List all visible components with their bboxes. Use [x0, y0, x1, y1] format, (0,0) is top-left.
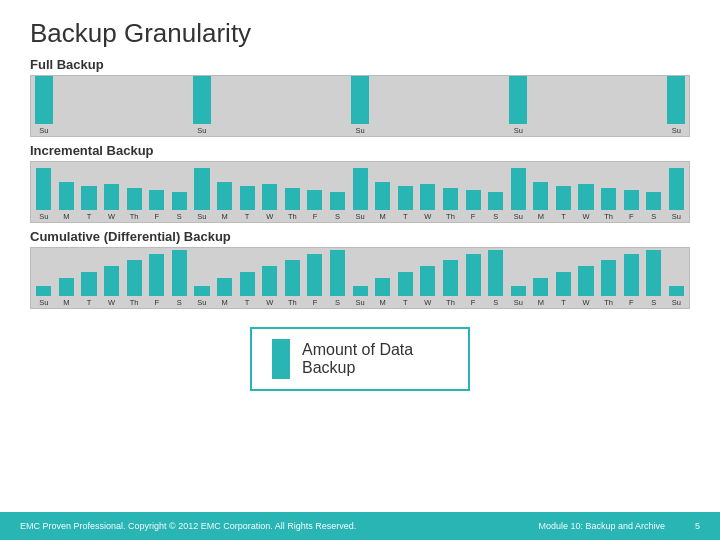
cumulative-backup-label: Cumulative (Differential) Backup [30, 229, 690, 244]
incremental-backup-section: Incremental Backup SuMTWThFSSuMTWThFSSuM… [0, 143, 720, 223]
full-backup-chart: SuSuSuSuSu [30, 75, 690, 137]
footer-right: Module 10: Backup and Archive 5 [538, 521, 700, 531]
incremental-backup-chart: SuMTWThFSSuMTWThFSSuMTWThFSSuMTWThFSSu [30, 161, 690, 223]
cumulative-backup-chart: SuMTWThFSSuMTWThFSSuMTWThFSSuMTWThFSSu [30, 247, 690, 309]
full-backup-section: Full Backup SuSuSuSuSu [0, 57, 720, 137]
footer-page: 5 [695, 521, 700, 531]
legend-box: Amount of Data Backup [250, 327, 470, 391]
cumulative-backup-bars [31, 248, 689, 296]
full-backup-bars [31, 76, 689, 124]
footer-copyright: EMC Proven Professional. Copyright © 201… [20, 521, 356, 531]
full-backup-day-labels: SuSuSuSuSu [31, 124, 689, 136]
incremental-backup-day-labels: SuMTWThFSSuMTWThFSSuMTWThFSSuMTWThFSSu [31, 210, 689, 222]
full-backup-label: Full Backup [30, 57, 690, 72]
page-title: Backup Granularity [0, 0, 720, 57]
footer: EMC Proven Professional. Copyright © 201… [0, 512, 720, 540]
incremental-backup-bars [31, 162, 689, 210]
incremental-backup-label: Incremental Backup [30, 143, 690, 158]
cumulative-backup-day-labels: SuMTWThFSSuMTWThFSSuMTWThFSSuMTWThFSSu [31, 296, 689, 308]
legend-text: Amount of Data Backup [302, 341, 448, 377]
footer-module: Module 10: Backup and Archive [538, 521, 665, 531]
cumulative-backup-section: Cumulative (Differential) Backup SuMTWTh… [0, 229, 720, 309]
legend-container: Amount of Data Backup [0, 315, 720, 391]
legend-bar-icon [272, 339, 290, 379]
